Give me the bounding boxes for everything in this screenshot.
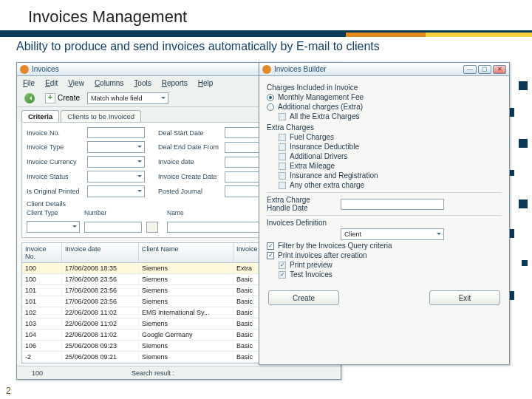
chk-label: All the Extra Charges <box>290 112 360 120</box>
checkbox-icon <box>267 242 274 250</box>
back-button[interactable] <box>21 92 38 104</box>
app-icon <box>20 65 29 74</box>
lookup-client[interactable] <box>146 222 158 233</box>
input-currency[interactable] <box>87 156 145 168</box>
col-invoice-date[interactable]: Invoice date <box>62 243 139 262</box>
lbl-client-number: Number <box>84 209 142 216</box>
accent-bar <box>0 33 532 37</box>
builder-window: Invoices Builder — ▢ ✕ Charges Included … <box>259 62 510 365</box>
chk-extra-item[interactable]: Insurance Deductible <box>279 143 502 151</box>
checkbox-icon <box>279 143 286 151</box>
input-printed[interactable] <box>87 185 145 197</box>
menu-help[interactable]: Help <box>198 79 214 87</box>
menu-file[interactable]: File <box>23 79 35 87</box>
chk-test-invoices[interactable]: Test Invoices <box>279 270 502 279</box>
lbl-deal-end: Deal End Date From <box>158 143 225 151</box>
chk-filter-query[interactable]: Filter by the Invoices Query criteria <box>267 242 502 250</box>
chk-label: Fuel Charges <box>290 133 334 141</box>
close-button[interactable]: ✕ <box>493 65 506 74</box>
radio-additional[interactable]: Additional charges (Extra) <box>267 103 502 111</box>
chk-all-extra[interactable]: All the Extra Charges <box>279 112 502 120</box>
tab-criteria[interactable]: Criteria <box>21 110 59 122</box>
menu-reports[interactable]: Reports <box>162 79 188 87</box>
chk-print-preview[interactable]: Print preview <box>279 261 502 269</box>
menu-tools[interactable]: Tools <box>134 79 151 87</box>
chk-label: Filter by the Invoices Query criteria <box>278 242 392 250</box>
match-field-value: Match whole field <box>91 95 143 102</box>
radio-icon <box>267 103 274 111</box>
chk-label: Insurance and Registration <box>290 171 378 180</box>
col-invoice-no[interactable]: Invoice No. <box>22 243 62 262</box>
radio-monthly-fee[interactable]: Monthly Management Fee <box>267 93 502 101</box>
menu-edit[interactable]: Edit <box>45 79 58 87</box>
combo-inv-def[interactable]: Client <box>341 228 444 240</box>
checkbox-icon <box>279 182 286 189</box>
lbl-posted: Posted Journal <box>158 188 225 195</box>
radio-icon <box>267 94 274 101</box>
checkbox-icon <box>279 134 286 141</box>
combo-value: Client <box>344 231 361 238</box>
lbl-invoice-type: Invoice Type <box>27 143 87 151</box>
lbl-invoice-date: Invoice date <box>158 158 225 166</box>
lbl-client-type: Client Type <box>27 209 80 216</box>
input-status[interactable] <box>87 171 145 183</box>
menu-view[interactable]: View <box>68 79 84 87</box>
checkbox-icon <box>279 262 286 269</box>
input-invoice-no[interactable] <box>87 127 145 138</box>
page-number: 2 <box>6 386 11 396</box>
lbl-printed: Is Original Printed <box>27 188 87 195</box>
lbl-charges-included: Charges Included in Invoice <box>267 83 502 92</box>
input-client-type[interactable] <box>27 221 80 233</box>
status-bar: 100 Search result : <box>17 366 341 379</box>
lbl-status: Invoice Status <box>27 173 87 180</box>
create-button[interactable]: Create <box>42 92 83 104</box>
checkbox-icon <box>279 113 286 120</box>
app-icon <box>262 65 271 74</box>
chk-label: Additional Drivers <box>290 152 347 160</box>
match-field-combo[interactable]: Match whole field <box>87 92 168 104</box>
checkbox-icon <box>279 172 286 180</box>
chk-label: Print preview <box>290 261 332 269</box>
chk-extra-item[interactable]: Insurance and Registration <box>279 171 502 180</box>
input-client-number[interactable] <box>84 222 142 233</box>
maximize-button[interactable]: ▢ <box>478 65 491 74</box>
lbl-handle-date: Extra Charge Handle Date <box>267 196 335 212</box>
status-label: Search result : <box>132 369 174 377</box>
menu-columns[interactable]: Columns <box>95 79 123 87</box>
chk-extra-item[interactable]: Additional Drivers <box>279 152 502 160</box>
back-icon <box>24 93 35 103</box>
chk-extra-item[interactable]: Extra Mileage <box>279 162 502 170</box>
lbl-create-date: Invoice Create Date <box>158 173 225 180</box>
lbl-deal-start: Deal Start Date <box>158 129 225 137</box>
chk-label: Print invoices after creation <box>278 251 367 259</box>
checkbox-icon <box>279 163 286 170</box>
invoices-title: Invoices <box>32 65 59 73</box>
lbl-inv-def: Invoices Definition <box>267 219 502 227</box>
chk-label: Insurance Deductible <box>290 143 359 151</box>
builder-titlebar[interactable]: Invoices Builder — ▢ ✕ <box>259 63 509 76</box>
chk-extra-item[interactable]: Any other extra charge <box>279 181 502 189</box>
minimize-button[interactable]: — <box>463 65 477 74</box>
chk-label: Extra Mileage <box>290 162 335 170</box>
col-client-name[interactable]: Client Name <box>139 243 233 262</box>
builder-exit-button[interactable]: Exit <box>429 290 500 305</box>
input-handle-date[interactable] <box>341 199 444 210</box>
lbl-currency: Invoice Currency <box>27 158 87 166</box>
slide-title: Invoices Management <box>0 0 532 33</box>
builder-create-button[interactable]: Create <box>268 290 339 305</box>
checkbox-icon <box>267 252 274 259</box>
radio-label: Monthly Management Fee <box>278 93 364 101</box>
chk-print-after[interactable]: Print invoices after creation <box>267 251 502 259</box>
new-icon <box>45 93 55 103</box>
checkbox-icon <box>279 271 286 279</box>
lbl-extra-charges: Extra Charges <box>267 123 502 132</box>
input-invoice-type[interactable] <box>87 141 145 153</box>
status-count: 100 <box>32 369 43 377</box>
chk-label: Test Invoices <box>290 270 332 279</box>
tab-clients[interactable]: Clients to be Invoiced <box>61 110 141 122</box>
checkbox-icon <box>279 153 286 160</box>
chk-extra-item[interactable]: Fuel Charges <box>279 133 502 141</box>
builder-title: Invoices Builder <box>274 65 327 73</box>
create-label: Create <box>58 94 80 102</box>
radio-label: Additional charges (Extra) <box>278 103 363 111</box>
